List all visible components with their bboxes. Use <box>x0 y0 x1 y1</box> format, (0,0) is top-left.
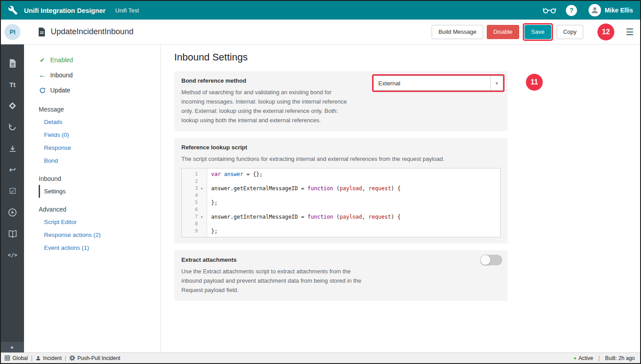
process-indicator[interactable]: Push-Pull Incident <box>69 355 120 361</box>
annotation-circle-12: 12 <box>597 24 614 40</box>
lookup-script-card: Reference lookup script The script conta… <box>174 138 508 244</box>
line-number: 9 <box>182 228 198 235</box>
fold-toggle-icon[interactable]: ▾ <box>198 185 206 192</box>
separator: | <box>598 355 600 361</box>
glasses-icon[interactable] <box>543 7 556 14</box>
user-name: Mike Ellis <box>605 7 633 14</box>
nav-enabled[interactable]: ✔ Enabled <box>39 52 160 68</box>
line-number: 7 <box>182 213 198 220</box>
annotation-box-save: Save <box>523 23 553 41</box>
code-rows: 1var answer = {};23▾answer.getExternalMe… <box>182 171 500 235</box>
annotation-box-select: External ▾ <box>372 74 505 92</box>
scope-indicator[interactable]: Global <box>4 355 28 361</box>
code-text: var answer = {}; <box>206 171 263 178</box>
bond-reference-select[interactable]: External ▾ <box>373 76 503 91</box>
undo-glyph: ↩ <box>9 165 16 175</box>
menu-icon[interactable]: ☰ <box>626 28 634 36</box>
status-right: ● Active | Built: 2h ago <box>573 355 635 361</box>
line-number: 1 <box>182 171 198 178</box>
line-number: 4 <box>182 192 198 199</box>
entity-indicator[interactable]: Incident <box>36 355 62 361</box>
extract-attachments-toggle[interactable] <box>480 255 502 265</box>
nav-link-event-actions[interactable]: Event actions (1) <box>39 241 160 254</box>
topbar: Unifi Integration Designer Unifi Test ? … <box>1 1 640 20</box>
nav-link-response[interactable]: Response <box>39 141 160 154</box>
play-circle-icon[interactable] <box>1 202 24 223</box>
workspace-name: Unifi Test <box>115 7 139 14</box>
line-number: 5 <box>182 199 198 206</box>
sidebar-expand-button[interactable]: ▸ <box>1 342 24 352</box>
nav-section-advanced: Advanced <box>39 206 160 213</box>
scope-label: Global <box>12 355 28 361</box>
nav-link-response-actions[interactable]: Response actions (2) <box>39 228 160 241</box>
entity-label: Incident <box>43 355 62 361</box>
bond-method-description: Method of searching for and validating a… <box>181 88 350 125</box>
nav-update[interactable]: Update <box>39 83 160 98</box>
help-icon[interactable]: ? <box>566 5 577 16</box>
sync-icon[interactable] <box>1 116 24 138</box>
nav-enabled-label: Enabled <box>50 56 73 64</box>
check-icon: ✔ <box>39 56 46 64</box>
book-icon[interactable] <box>1 223 24 244</box>
fold-toggle-icon[interactable]: ▾ <box>198 213 206 220</box>
lookup-script-label: Reference lookup script <box>181 144 501 151</box>
nav-section-inbound: Inbound <box>39 175 160 182</box>
nav-inbound[interactable]: ← Inbound <box>39 68 160 83</box>
icon-rail: Tt ↩ ☑ </> ▸ <box>1 44 24 352</box>
user-avatar-icon[interactable] <box>589 4 601 16</box>
wrench-icon[interactable] <box>8 5 18 15</box>
copy-button[interactable]: Copy <box>557 25 583 39</box>
build-info: Built: 2h ago <box>605 355 635 361</box>
line-number: 6 <box>182 206 198 213</box>
build-message-button[interactable]: Build Message <box>432 25 483 39</box>
lookup-script-description: The script containing functions for extr… <box>181 154 501 164</box>
refresh-icon <box>39 87 46 94</box>
extract-attachments-description: Use the Extract attachments script to ex… <box>181 267 361 295</box>
status-label: Active <box>578 355 593 361</box>
disable-button[interactable]: Disable <box>487 25 519 39</box>
record-header: PI UpdateIncidentInbound Build Message D… <box>1 20 640 44</box>
code-editor[interactable]: 1var answer = {};23▾answer.getExternalMe… <box>181 168 501 237</box>
nav-link-settings[interactable]: Settings <box>39 185 160 198</box>
nav-link-fields[interactable]: Fields (0) <box>39 128 160 141</box>
bond-reference-value: External <box>374 76 490 90</box>
undo-icon[interactable]: ↩ <box>1 159 24 180</box>
code-text: }; <box>206 199 217 206</box>
line-number: 2 <box>182 178 198 185</box>
person-icon <box>36 356 41 361</box>
save-button[interactable]: Save <box>525 25 551 39</box>
file-icon[interactable] <box>1 52 24 74</box>
task-check-icon[interactable]: ☑ <box>1 180 24 202</box>
code-line: 9}; <box>182 228 500 235</box>
gear-icon <box>69 355 75 361</box>
line-number: 3 <box>182 185 198 192</box>
code-line: 6 <box>182 206 500 213</box>
annotation-circle-11: 11 <box>526 74 543 91</box>
text-format-icon[interactable]: Tt <box>1 74 24 95</box>
code-text <box>206 192 211 199</box>
separator: | <box>31 355 32 361</box>
nav-inbound-label: Inbound <box>50 72 73 79</box>
process-avatar[interactable]: PI <box>4 24 20 40</box>
app-title: Unifi Integration Designer <box>24 7 105 14</box>
code-line: 8 <box>182 220 500 228</box>
code-text <box>206 220 211 228</box>
line-number: 8 <box>182 220 198 228</box>
diamond-icon[interactable] <box>1 95 24 116</box>
nav-link-script-editor[interactable]: Script Editor <box>39 216 160 228</box>
fold-gutter <box>198 199 206 206</box>
fold-gutter <box>198 228 206 235</box>
code-icon[interactable]: </> <box>1 244 24 266</box>
code-text: answer.getExternalMessageID = function (… <box>206 185 401 192</box>
extract-attachments-card: Extract attachments Use the Extract atta… <box>174 250 508 301</box>
code-line: 2 <box>182 178 500 185</box>
toggle-knob <box>481 255 490 265</box>
code-text: answer.getInternalMessageID = function (… <box>206 213 401 220</box>
nav-link-bond[interactable]: Bond <box>39 154 160 167</box>
separator: | <box>65 355 66 361</box>
download-icon[interactable] <box>1 138 24 159</box>
grid-icon <box>4 355 10 361</box>
nav-link-details[interactable]: Details <box>39 116 160 128</box>
code-line: 7▾answer.getInternalMessageID = function… <box>182 213 500 220</box>
side-nav: ✔ Enabled ← Inbound Update Message Detai… <box>24 44 161 352</box>
